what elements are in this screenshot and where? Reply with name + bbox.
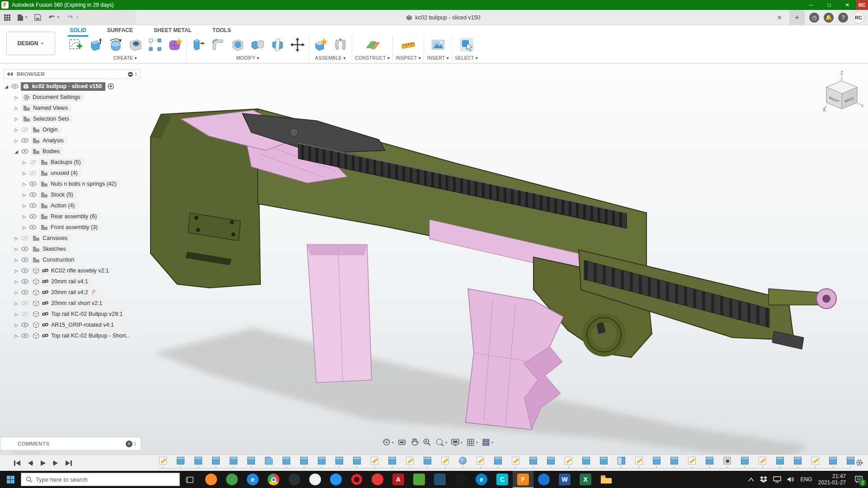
select-icon[interactable] — [458, 36, 475, 53]
step-back-button[interactable] — [27, 460, 33, 466]
taskbar-app-app-red-icon[interactable] — [367, 471, 388, 488]
visibility-eye-icon[interactable] — [29, 203, 37, 208]
display-settings-icon[interactable]: ▾ — [451, 438, 462, 447]
ribbon-group-label-modify[interactable]: MODIFY ▾ — [236, 55, 259, 61]
taskbar-app-app-dark-2-icon[interactable] — [450, 471, 471, 488]
pattern-icon[interactable] — [146, 36, 164, 53]
timeline-feature-extrude-9[interactable] — [300, 457, 308, 465]
tray-expand-icon[interactable] — [748, 478, 754, 482]
browser-item-unused-4[interactable]: ▷unused (4) — [4, 168, 140, 178]
zoom-icon[interactable] — [423, 438, 432, 447]
timeline-feature-extrude-6[interactable] — [247, 457, 255, 465]
ribbon-tab-solid[interactable]: SOLID — [68, 26, 88, 35]
hide-panel-icon[interactable] — [127, 71, 133, 77]
timeline-feature-sketch-38[interactable] — [811, 457, 819, 465]
visibility-eye-icon[interactable] — [21, 279, 28, 284]
taskbar-app-app-light-icon[interactable] — [305, 471, 326, 488]
browser-item-kc02-rifle-assebly-v2-1[interactable]: ▷KC02 rifle assebly v2:1 — [4, 265, 140, 276]
timeline-feature-sketch-31[interactable] — [688, 457, 696, 465]
shell-icon[interactable] — [229, 36, 246, 53]
timeline-feature-sketch-17[interactable] — [441, 457, 449, 465]
timeline-feature-chamfer-7[interactable] — [265, 457, 273, 465]
orbit-icon[interactable]: ▾ — [382, 438, 394, 447]
timeline-feature-extrude-23[interactable] — [547, 457, 555, 465]
timeline-feature-sketch-21[interactable] — [512, 457, 519, 465]
timeline-feature-extrude-37[interactable] — [794, 457, 802, 465]
play-button[interactable] — [40, 460, 46, 466]
expand-collapse-icon[interactable]: ▷ — [14, 290, 19, 295]
start-button[interactable] — [0, 471, 21, 488]
help-icon[interactable]: ? — [838, 13, 848, 23]
expand-collapse-icon[interactable]: ▷ — [22, 182, 27, 187]
move-copy-icon[interactable] — [289, 36, 306, 53]
timeline-feature-extrude-14[interactable] — [388, 457, 396, 465]
timeline-feature-extrude-32[interactable] — [706, 457, 713, 465]
expand-comments-icon[interactable]: + — [126, 441, 132, 447]
browser-item-document-settings[interactable]: ▷Document Settings — [4, 92, 140, 103]
expand-collapse-icon[interactable]: ▷ — [14, 106, 19, 111]
undo-icon[interactable]: ▼ — [47, 14, 60, 21]
expand-collapse-icon[interactable]: ▷ — [14, 117, 19, 122]
revolve-icon[interactable] — [107, 36, 124, 53]
visibility-eye-icon[interactable] — [29, 225, 37, 230]
timeline-feature-extrude-5[interactable] — [230, 457, 237, 465]
browser-item-backups-5[interactable]: ▷Backups (5) — [4, 157, 140, 168]
expand-collapse-icon[interactable]: ▷ — [22, 225, 27, 230]
task-view-button[interactable] — [180, 471, 199, 488]
visibility-eye-icon[interactable] — [21, 257, 28, 263]
expand-collapse-icon[interactable]: ▷ — [14, 95, 19, 100]
expand-collapse-icon[interactable]: ▷ — [14, 268, 19, 273]
visibility-eye-icon[interactable] — [11, 84, 19, 89]
expand-collapse-icon[interactable]: ▷ — [14, 279, 19, 284]
browser-item-20mm-rail-v4-2[interactable]: ▷20mm rail v4:2 — [4, 287, 140, 298]
timeline-feature-sketch-13[interactable] — [371, 457, 378, 465]
extrude-icon[interactable] — [87, 36, 104, 53]
taskbar-app-fusion-360-icon[interactable]: F — [513, 471, 533, 488]
timeline-feature-sketch-19[interactable] — [476, 457, 484, 465]
taskbar-app-fusion-360-tile-icon[interactable] — [429, 471, 450, 488]
visibility-eye-off-icon[interactable] — [21, 311, 28, 317]
browser-root-component[interactable]: ◢kc02 bullpup - sliced v150 — [4, 81, 140, 92]
expand-collapse-icon[interactable]: ▷ — [22, 203, 27, 208]
action-center-icon[interactable]: 2 — [852, 473, 865, 486]
hole-icon[interactable] — [127, 36, 144, 53]
expand-collapse-icon[interactable]: ▷ — [14, 138, 19, 143]
expand-collapse-icon[interactable]: ▷ — [14, 247, 19, 252]
browser-item-top-rail-kc-02-bullpup-v29-1[interactable]: ▷Top rail KC-02 Bullpup v29:1 — [4, 309, 140, 319]
timeline-feature-extrude-36[interactable] — [776, 457, 784, 465]
visibility-eye-icon[interactable] — [29, 192, 37, 197]
expand-collapse-icon[interactable]: ▷ — [22, 171, 27, 176]
comments-collapse-handle[interactable] — [12, 451, 41, 455]
view-cube[interactable]: Z RIGHT BACK X Y — [819, 70, 864, 117]
visibility-eye-icon[interactable] — [29, 181, 37, 187]
browser-item-named-views[interactable]: ▷Named Views — [4, 103, 140, 113]
browser-item-action-4[interactable]: ▷Action (4) — [4, 200, 140, 211]
browser-item-bodies[interactable]: ◢Bodies — [4, 146, 140, 157]
construction-plane-icon[interactable] — [364, 36, 381, 53]
ribbon-group-label-insert[interactable]: INSERT ▾ — [427, 55, 449, 61]
visibility-eye-off-icon[interactable] — [21, 300, 28, 306]
model-viewport[interactable]: Z RIGHT BACK X Y BROWSER ‖ ◢kc02 bullpup… — [0, 64, 868, 455]
browser-item-nuts-n-bolts-n-springs-42[interactable]: ▷Nuts n bolts n springs (42) — [4, 178, 140, 189]
taskbar-search-input[interactable]: Type here to search — [21, 473, 180, 486]
collapse-panel-icon[interactable] — [7, 72, 13, 76]
ribbon-group-label-select[interactable]: SELECT ▾ — [455, 55, 478, 61]
viewports-icon[interactable]: ▾ — [481, 438, 493, 447]
browser-item-top-rail-kc-02-bullpup-short[interactable]: ▷Top rail KC-02 Bullpup - Short... — [4, 330, 140, 341]
taskbar-app-app-dark-icon[interactable] — [284, 471, 305, 488]
tab-close-icon[interactable]: ✕ — [774, 14, 785, 21]
step-forward-button[interactable] — [52, 460, 59, 466]
browser-item-rear-assembly-6[interactable]: ▷Rear assembly (6) — [4, 211, 140, 222]
comments-bar[interactable]: COMMENTS + ‖ — [0, 437, 141, 450]
timeline-feature-sketch-28[interactable] — [635, 457, 643, 465]
joint-icon[interactable] — [332, 36, 349, 53]
timeline-feature-extrude-25[interactable] — [582, 457, 590, 465]
taskbar-app-app-maroon-icon[interactable]: A — [388, 471, 409, 488]
combine-icon[interactable] — [249, 36, 266, 53]
expand-collapse-icon[interactable]: ▷ — [14, 312, 19, 317]
language-indicator[interactable]: ENG — [801, 476, 812, 483]
timeline-feature-extrude-3[interactable] — [194, 457, 202, 465]
taskbar-app-word-icon[interactable]: W — [554, 471, 575, 488]
ribbon-tab-surface[interactable]: SURFACE — [105, 26, 135, 35]
visibility-eye-off-icon[interactable] — [21, 127, 28, 132]
